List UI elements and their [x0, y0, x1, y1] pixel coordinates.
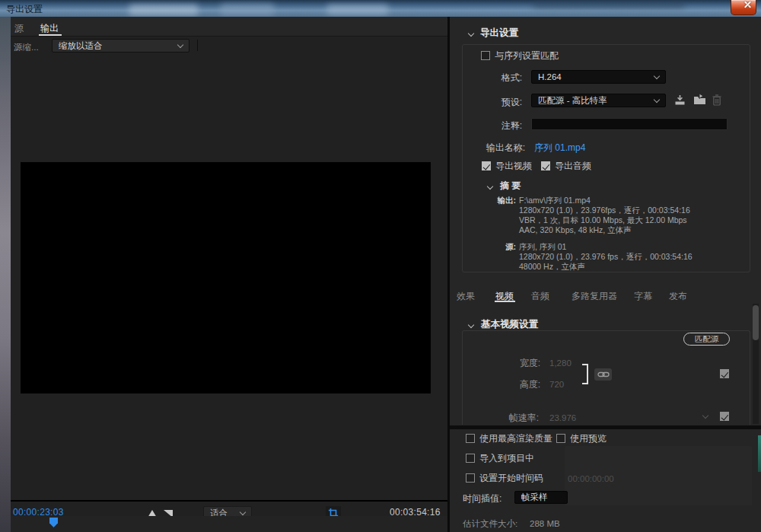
save-preset-icon — [674, 94, 686, 106]
chevron-down-icon — [654, 96, 660, 102]
match-sequence-label: 与序列设置匹配 — [495, 50, 559, 61]
link-bracket — [582, 364, 588, 384]
match-sequence-checkbox[interactable] — [481, 51, 490, 60]
time-interpolation-value: 帧采样 — [521, 492, 548, 503]
tab-audio[interactable]: 音频 — [531, 290, 549, 303]
width-label: 宽度: — [487, 358, 540, 368]
match-source-label: 匹配源 — [695, 334, 719, 345]
background-blur-artifact — [221, 4, 274, 15]
tab-effects[interactable]: 效果 — [457, 290, 475, 303]
output-name-link[interactable]: 序列 01.mp4 — [534, 142, 585, 153]
delete-preset-button — [712, 94, 721, 109]
summary-source-line: 1280x720 (1.0)，23.976 fps，逐行，00:03:54:16 — [519, 252, 693, 262]
max-render-quality-label: 使用最高渲染质量 — [479, 433, 552, 444]
preview-monitor — [21, 162, 431, 393]
use-previews-label: 使用预览 — [570, 433, 607, 444]
format-value: H.264 — [538, 72, 562, 81]
height-value: 720 — [549, 379, 564, 390]
summary-output-label: 输出: — [455, 196, 516, 205]
comments-label: 注释: — [455, 120, 522, 131]
framerate-value: 23.976 — [549, 413, 576, 423]
transport-divider — [11, 500, 449, 502]
import-into-project-label: 导入到项目中 — [479, 453, 534, 464]
match-source-button[interactable]: 匹配源 — [683, 333, 730, 346]
background-app-sliver — [758, 435, 761, 472]
background-app-strip — [0, 17, 11, 532]
set-start-timecode-label: 设置开始时间码 — [479, 473, 543, 483]
video-settings-title: 基本视频设置 — [481, 319, 538, 330]
chevron-down-icon — [177, 41, 183, 47]
source-scaling-dropdown[interactable]: 缩放以适合 — [52, 39, 189, 53]
comments-input[interactable] — [531, 118, 728, 130]
source-scaling-label: 源缩... — [14, 42, 39, 53]
summary-source-name: 序列, 序列 01 — [519, 242, 566, 252]
export-settings-dialog: 导出设置 源 输出 源缩... 缩放以适合 00:00:23:03 适合 00:… — [0, 0, 761, 532]
time-interpolation-label: 时间插值: — [463, 493, 501, 504]
background-blur-artifact — [129, 5, 198, 15]
export-video-label: 导出视频 — [495, 161, 532, 171]
framerate-override-checkbox[interactable] — [720, 412, 729, 421]
use-previews-checkbox[interactable] — [556, 434, 565, 443]
tab-publish[interactable]: 发布 — [669, 290, 687, 303]
background-blur-artifact — [327, 5, 388, 14]
export-section-title: 导出设置 — [480, 27, 518, 38]
window-title: 导出设置 — [6, 3, 43, 16]
tab-multiplexer[interactable]: 多路复用器 — [572, 290, 617, 303]
estimated-size-value: 288 MB — [530, 518, 560, 529]
import-into-project-checkbox[interactable] — [466, 454, 475, 463]
summary-output-path: F:\amv\序列 01.mp4 — [519, 196, 591, 205]
import-preset-button[interactable] — [693, 94, 706, 108]
format-label: 格式: — [455, 72, 522, 83]
link-dimensions-button[interactable] — [594, 368, 612, 381]
preset-value: 匹配源 - 高比特率 — [538, 95, 607, 107]
source-scaling-value: 缩放以适合 — [59, 40, 103, 52]
chevron-down-icon — [654, 72, 660, 78]
close-button[interactable] — [731, 0, 756, 15]
summary-output-line: VBR，1 次, 目标 10.00 Mbps, 最大 12.00 Mbps — [519, 215, 687, 225]
preview-tab-strip — [11, 17, 449, 37]
time-interpolation-dropdown[interactable]: 帧采样 — [514, 491, 568, 504]
toolbar-divider — [197, 40, 198, 51]
background-blur-artifact — [533, 2, 685, 8]
start-timecode-value: 00:00:00:00 — [568, 473, 614, 484]
height-label: 高度: — [487, 379, 540, 390]
preset-label: 预设: — [455, 97, 522, 107]
timeline-scrubber[interactable] — [11, 516, 449, 532]
output-name-label: 输出名称: — [455, 142, 525, 153]
summary-title: 摘 要 — [500, 180, 521, 191]
tab-output-underline — [39, 34, 62, 36]
scrollbar-thumb[interactable] — [753, 305, 759, 340]
delete-preset-icon — [712, 94, 721, 106]
tab-output[interactable]: 输出 — [40, 22, 59, 35]
summary-output-line: 1280x720 (1.0)，23.976fps，逐行，00:03:54:16 — [519, 205, 690, 215]
save-preset-button[interactable] — [674, 94, 686, 109]
summary-source-line: 48000 Hz，立体声 — [519, 262, 585, 272]
link-icon — [597, 371, 610, 378]
format-dropdown[interactable]: H.264 — [531, 70, 666, 84]
tab-source[interactable]: 源 — [14, 22, 24, 35]
max-render-quality-checkbox[interactable] — [466, 434, 475, 443]
summary-output-line: AAC, 320 Kbps, 48 kHz, 立体声 — [519, 225, 632, 235]
tab-captions[interactable]: 字幕 — [634, 290, 652, 303]
chevron-down-icon — [240, 508, 246, 514]
set-start-timecode-checkbox[interactable] — [466, 473, 475, 483]
dimensions-override-checkbox[interactable] — [720, 369, 729, 378]
export-audio-label: 导出音频 — [555, 161, 591, 171]
window-titlebar[interactable]: 导出设置 — [0, 0, 761, 17]
summary-source-label: 源: — [455, 242, 516, 252]
import-preset-icon — [693, 94, 706, 105]
export-audio-checkbox[interactable] — [541, 161, 550, 170]
export-video-checkbox[interactable] — [482, 161, 491, 170]
framerate-label: 帧速率: — [473, 413, 539, 423]
width-value: 1,280 — [549, 358, 572, 368]
preset-dropdown[interactable]: 匹配源 - 高比特率 — [531, 94, 666, 107]
tab-video-underline — [495, 301, 515, 302]
estimated-size-label: 估计文件大小: — [463, 518, 517, 529]
